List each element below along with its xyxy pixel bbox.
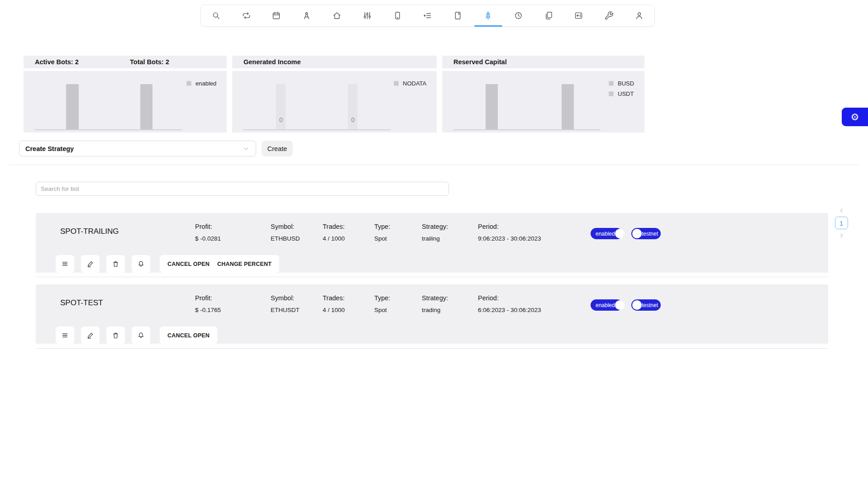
nav-item-swap[interactable] (232, 5, 261, 26)
legend-item-usdt: USDT (609, 90, 634, 97)
field-value: 6:06:2023 - 30:06:2023 (478, 307, 541, 313)
legend-swatch (186, 81, 191, 86)
field-value: Spot (374, 307, 387, 313)
pagination: 1 (833, 207, 849, 239)
bots-chart: enabled (24, 71, 227, 133)
top-navbar (200, 5, 655, 27)
chevron-right-icon (838, 232, 845, 239)
cancel-open-button[interactable]: CANCEL OPEN (160, 255, 217, 273)
search-icon (211, 11, 221, 20)
chevron-left-icon (838, 207, 845, 214)
nav-item-smartphone[interactable] (383, 5, 412, 26)
trash-icon (112, 331, 119, 339)
search-input[interactable] (36, 182, 449, 196)
bots-chart-legend: enabled (186, 80, 216, 87)
change-percent-button[interactable]: CHANGE PERCENT (210, 255, 279, 273)
bot-menu-button[interactable] (56, 327, 74, 344)
reserved-capital-card: Reserved Capital BUSD USDT (442, 56, 644, 133)
pagination-page-1[interactable]: 1 (835, 217, 848, 229)
bot-name: SPOT-TRAILING (60, 227, 119, 236)
nav-item-history[interactable] (504, 5, 533, 26)
bots-chart-axis (34, 129, 182, 130)
field-label: Symbol: (271, 223, 294, 230)
nav-item-rocket-active[interactable] (474, 5, 503, 26)
capital-chart-legend: BUSD USDT (609, 80, 634, 97)
bots-summary-header: Active Bots: 2 Total Bots: 2 (24, 56, 227, 68)
nav-item-equalizer[interactable] (353, 5, 382, 26)
field-label: Symbol: (271, 294, 294, 302)
field-label: Strategy: (422, 294, 448, 302)
testnet-toggle[interactable]: testnet (631, 299, 661, 311)
legend-label: BUSD (618, 80, 634, 87)
legend-swatch (394, 81, 399, 86)
chevron-down-icon (242, 145, 250, 152)
field-label: Trades: (323, 294, 345, 302)
bell-icon (137, 331, 145, 339)
settings-fab-button[interactable]: ⚙ (842, 108, 868, 126)
field-label: Profit: (195, 294, 212, 302)
legend-label: USDT (618, 90, 634, 97)
generated-income-card: Generated Income 0 0 NODATA (232, 56, 437, 133)
nav-item-calendar[interactable] (262, 5, 291, 26)
legend-label: NODATA (403, 80, 426, 87)
page: Active Bots: 2 Total Bots: 2 enabled Gen… (0, 0, 868, 497)
field-value: ETHBUSD (271, 235, 300, 242)
field-value: ETHUSDT (271, 307, 300, 313)
field-value: $ -0.0281 (195, 235, 221, 242)
nav-item-search[interactable] (201, 5, 230, 26)
rocket-icon (483, 11, 493, 20)
bots-summary-card: Active Bots: 2 Total Bots: 2 enabled (24, 56, 227, 133)
trash-icon (112, 260, 119, 268)
toggle-knob (632, 300, 642, 310)
legend-swatch (609, 81, 614, 86)
home-icon (332, 11, 342, 20)
calendar-icon (272, 11, 281, 20)
field-value: 9:06:2023 - 30:06:2023 (478, 235, 541, 242)
create-button[interactable]: Create (262, 141, 293, 156)
bots-chart-bar-1 (66, 84, 79, 129)
pencil-icon (86, 331, 94, 339)
nav-item-tools[interactable] (595, 5, 624, 26)
indent-list-icon (423, 11, 432, 20)
cancel-open-button[interactable]: CANCEL OPEN (160, 327, 217, 344)
nav-item-panel[interactable] (564, 5, 593, 26)
hamburger-icon (61, 260, 69, 268)
pagination-prev-button[interactable] (838, 207, 845, 214)
legend-swatch (609, 91, 614, 96)
reserved-capital-title: Reserved Capital (453, 58, 507, 66)
pencil-icon (86, 260, 94, 268)
income-chart-legend: NODATA (394, 80, 426, 87)
toggle-knob (615, 300, 625, 310)
create-strategy-dropdown[interactable]: Create Strategy (19, 141, 256, 156)
page-divider (9, 165, 859, 165)
dropdown-value: Create Strategy (25, 145, 74, 152)
nav-item-file[interactable] (444, 5, 472, 26)
bot-edit-button[interactable] (81, 327, 100, 344)
bot-menu-button[interactable] (56, 255, 74, 273)
bot-delete-button[interactable] (106, 327, 125, 344)
smartphone-icon (393, 11, 402, 20)
bot-edit-button[interactable] (81, 255, 100, 273)
bot-row-spot-test: SPOT-TEST Profit: $ -0.1765 Symbol: ETHU… (36, 284, 828, 344)
capital-chart-bar-2 (562, 84, 574, 129)
nav-item-home[interactable] (323, 5, 352, 26)
nav-item-user[interactable] (625, 5, 654, 26)
field-value: $ -0.1765 (195, 307, 221, 313)
testnet-toggle[interactable]: testnet (631, 228, 661, 239)
enabled-toggle[interactable]: enabled (591, 299, 623, 311)
bot-notifications-button[interactable] (132, 327, 150, 344)
income-chart-axis (243, 129, 391, 130)
enabled-toggle[interactable]: enabled (591, 228, 623, 239)
nav-item-compass[interactable] (292, 5, 321, 26)
legend-item-enabled: enabled (186, 80, 216, 87)
pagination-next-button[interactable] (838, 232, 845, 239)
bot-notifications-button[interactable] (132, 255, 150, 273)
toggle-knob (615, 229, 625, 238)
bot-delete-button[interactable] (106, 255, 125, 273)
field-label: Trades: (323, 223, 345, 230)
nav-item-indent-list[interactable] (413, 5, 442, 26)
nav-item-copy[interactable] (534, 5, 563, 26)
field-label: Profit: (195, 223, 212, 230)
generated-income-title: Generated Income (243, 58, 301, 66)
compass-person-icon (302, 11, 311, 20)
